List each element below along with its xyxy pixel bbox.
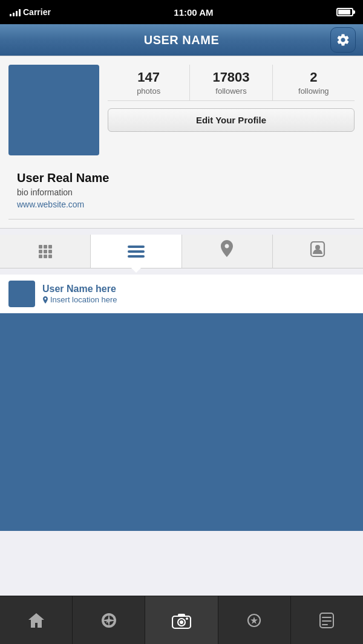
stats-row: 147 photos 17803 followers 2 following [108,65,355,101]
view-toggle [0,235,363,268]
signal-icon [10,8,21,16]
toggle-tagged[interactable] [273,235,363,268]
pin-icon [219,240,235,262]
followers-stat[interactable]: 17803 followers [190,65,272,100]
tab-home[interactable] [0,596,73,644]
tab-bar [0,596,363,644]
profile-website[interactable]: www.website.com [17,200,346,209]
profile-tab-icon [318,611,336,629]
followers-label: followers [192,86,269,96]
tab-explore[interactable] [73,596,145,644]
toggle-location[interactable] [182,235,273,268]
svg-point-5 [180,620,183,624]
grid-icon [39,245,52,258]
person-icon [309,241,326,262]
camera-icon [172,611,191,629]
profile-real-name: User Real Name [17,171,346,185]
avatar [8,65,99,155]
status-bar: Carrier 11:00 AM [0,0,363,24]
following-count: 2 [275,70,352,85]
tab-profile[interactable] [291,596,363,644]
tab-camera[interactable] [145,596,218,644]
photos-label: photos [110,86,187,96]
svg-point-1 [315,245,320,250]
battery-icon [336,8,353,16]
following-stat[interactable]: 2 following [273,65,355,100]
profile-bio: bio information [17,187,346,197]
nav-bar: USER NAME [0,24,363,56]
svg-point-6 [186,617,188,620]
time-label: 11:00 AM [174,7,213,18]
toggle-list[interactable] [91,235,182,268]
nav-bar-title: USER NAME [33,33,330,47]
profile-top: 147 photos 17803 followers 2 following E… [8,65,355,155]
list-icon [128,246,145,258]
profile-section: 147 photos 17803 followers 2 following E… [0,56,363,229]
followers-count: 17803 [192,70,269,85]
status-bar-left: Carrier [10,7,51,17]
explore-icon [100,611,118,629]
photos-count: 147 [110,70,187,85]
following-label: following [275,86,352,96]
activity-icon [245,611,263,629]
carrier-label: Carrier [23,7,51,17]
profile-stats: 147 photos 17803 followers 2 following E… [108,65,355,155]
toggle-grid[interactable] [0,235,91,268]
status-bar-right [336,8,353,16]
home-icon [27,611,45,629]
gear-icon [336,33,350,47]
edit-profile-button[interactable]: Edit Your Profile [108,108,355,132]
profile-info: User Real Name bio information www.websi… [8,164,355,220]
feed-image [0,313,363,531]
feed-header: User Name here Insert location here [0,275,363,313]
tab-activity[interactable] [218,596,291,644]
settings-button[interactable] [330,27,356,53]
photos-stat[interactable]: 147 photos [108,65,190,100]
location-pin-icon [42,296,48,304]
feed-location[interactable]: Insert location here [42,295,355,304]
feed-avatar [8,281,35,307]
feed-user-info: User Name here Insert location here [42,284,355,304]
feed-container: User Name here Insert location here [0,275,363,531]
location-label: Insert location here [50,295,117,304]
feed-username[interactable]: User Name here [42,284,355,294]
